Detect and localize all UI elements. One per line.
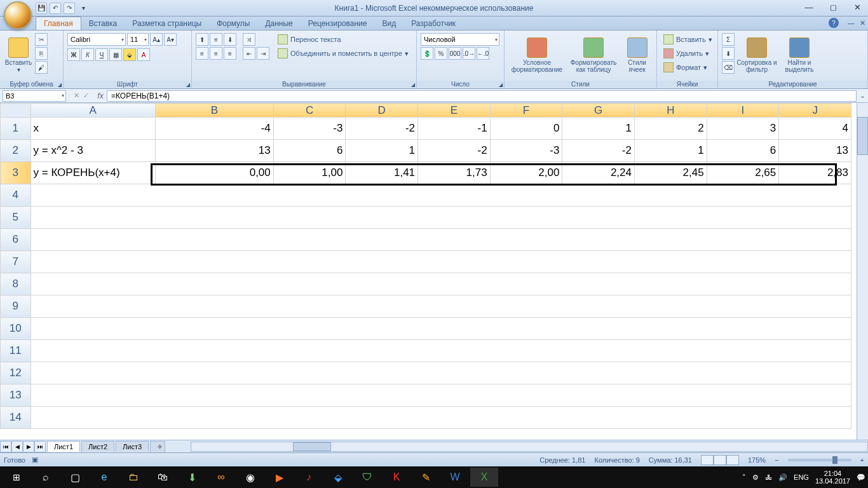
cell[interactable] — [31, 407, 851, 429]
col-header-f[interactable]: F — [490, 104, 562, 118]
help-icon[interactable]: ? — [829, 18, 839, 28]
tray-icon[interactable]: ⚙ — [752, 473, 759, 482]
sort-filter-button[interactable]: Сортировка и фильтр — [736, 33, 777, 78]
cell[interactable]: 2,65 — [707, 162, 779, 184]
zoom-slider[interactable] — [788, 459, 851, 461]
cell[interactable]: -2 — [418, 140, 491, 162]
view-normal-icon[interactable] — [701, 455, 714, 465]
cell[interactable]: 1 — [562, 118, 635, 140]
clock[interactable]: 21:04 13.04.2017 — [815, 470, 850, 485]
cell[interactable] — [31, 295, 851, 318]
close-button[interactable]: ✕ — [849, 1, 865, 13]
orientation-icon[interactable]: ⤭ — [243, 33, 255, 46]
cell[interactable]: 2,83 — [779, 162, 851, 184]
sheet-tab-1[interactable]: Лист1 — [47, 441, 80, 452]
bold-button[interactable]: Ж — [67, 48, 80, 61]
row-header-10[interactable]: 10 — [1, 318, 31, 340]
col-header-e[interactable]: E — [418, 104, 491, 118]
cell[interactable]: 1,41 — [346, 162, 418, 184]
formula-input[interactable]: =КОРЕНЬ(B1+4) — [107, 90, 857, 102]
tab-formulas[interactable]: Формулы — [209, 17, 257, 30]
font-size-combo[interactable]: 11 — [127, 33, 149, 46]
zoom-in-icon[interactable]: + — [860, 456, 864, 464]
view-pagebreak-icon[interactable] — [726, 455, 739, 465]
language-indicator[interactable]: ENG — [794, 473, 809, 481]
row-header-14[interactable]: 14 — [1, 407, 31, 429]
cell[interactable] — [31, 273, 851, 295]
tab-home[interactable]: Главная — [36, 17, 81, 30]
cell[interactable]: 4 — [779, 118, 851, 140]
tab-data[interactable]: Данные — [257, 17, 300, 30]
cell[interactable]: 6 — [707, 140, 779, 162]
row-header-5[interactable]: 5 — [1, 207, 31, 229]
row-header-11[interactable]: 11 — [1, 340, 31, 362]
tab-page-layout[interactable]: Разметка страницы — [125, 17, 209, 30]
cell[interactable] — [31, 318, 851, 340]
cell[interactable] — [31, 229, 851, 251]
sheet-tab-2[interactable]: Лист2 — [81, 441, 114, 452]
explorer-icon[interactable]: 🗀 — [119, 468, 147, 487]
cell[interactable]: -1 — [418, 118, 491, 140]
cell[interactable]: 3 — [707, 118, 779, 140]
task-view-icon[interactable]: ▢ — [61, 468, 89, 487]
align-right-icon[interactable]: ≡ — [224, 47, 236, 60]
scrollbar-thumb[interactable] — [857, 117, 868, 155]
format-painter-icon[interactable]: 🖌 — [35, 61, 48, 74]
volume-icon[interactable]: 🔊 — [778, 473, 787, 482]
sheet-nav-next-icon[interactable]: ▶ — [23, 441, 34, 452]
comma-icon[interactable]: 000 — [449, 47, 461, 60]
find-select-button[interactable]: Найти и выделить — [779, 33, 820, 78]
edge-icon[interactable]: e — [90, 468, 118, 487]
zoom-thumb[interactable] — [832, 456, 837, 464]
cell[interactable] — [31, 384, 851, 407]
tab-insert[interactable]: Вставка — [81, 17, 125, 30]
app-icon[interactable]: K — [383, 468, 410, 487]
number-format-combo[interactable]: Числовой — [421, 33, 499, 46]
tab-review[interactable]: Рецензирование — [301, 17, 375, 30]
cell[interactable]: -2 — [562, 140, 635, 162]
cell[interactable]: 2,00 — [490, 162, 562, 184]
tray-chevron-icon[interactable]: ˄ — [742, 473, 746, 482]
start-button[interactable]: ⊞ — [3, 468, 31, 487]
cell[interactable]: 2,24 — [562, 162, 635, 184]
cell[interactable]: -2 — [346, 118, 418, 140]
vertical-scrollbar[interactable] — [857, 103, 868, 440]
wrap-text-button[interactable]: Перенос текста — [275, 33, 411, 46]
border-icon[interactable]: ▦ — [109, 48, 122, 61]
cell[interactable] — [31, 207, 851, 229]
undo-icon[interactable]: ↶ — [50, 3, 61, 14]
align-top-icon[interactable]: ⬆ — [196, 33, 208, 46]
row-header-7[interactable]: 7 — [1, 251, 31, 273]
row-header-6[interactable]: 6 — [1, 229, 31, 251]
qat-dropdown-icon[interactable]: ▾ — [78, 3, 89, 14]
grow-font-icon[interactable]: A▴ — [150, 33, 163, 46]
cell[interactable]: 1 — [346, 140, 418, 162]
cells-insert-button[interactable]: Вставить ▾ — [661, 33, 715, 46]
cell[interactable]: y = x^2 - 3 — [31, 140, 155, 162]
app-icon[interactable]: ✎ — [412, 468, 440, 487]
cell[interactable]: 6 — [273, 140, 346, 162]
notifications-icon[interactable]: 💬 — [857, 473, 865, 482]
redo-icon[interactable]: ↷ — [64, 3, 75, 14]
cell[interactable]: 1,73 — [418, 162, 491, 184]
store-icon[interactable]: 🛍 — [149, 468, 177, 487]
col-header-b[interactable]: B — [155, 104, 273, 118]
sheet-nav-prev-icon[interactable]: ◀ — [11, 441, 23, 452]
cell-styles-button[interactable]: Стили ячеек — [621, 33, 653, 78]
row-header-1[interactable]: 1 — [1, 118, 31, 140]
search-icon[interactable]: ⌕ — [32, 468, 60, 487]
zoom-out-icon[interactable]: − — [775, 456, 778, 464]
cell[interactable] — [31, 184, 851, 207]
macro-record-icon[interactable]: ▣ — [32, 456, 38, 464]
cell[interactable]: 13 — [779, 140, 851, 162]
row-header-8[interactable]: 8 — [1, 273, 31, 295]
underline-button[interactable]: Ч — [95, 48, 108, 61]
clipboard-dialog-icon[interactable]: ◢ — [58, 82, 62, 88]
align-middle-icon[interactable]: ≡ — [210, 33, 222, 46]
cell[interactable]: 13 — [155, 140, 273, 162]
align-bottom-icon[interactable]: ⬇ — [224, 33, 236, 46]
cell[interactable]: -3 — [273, 118, 346, 140]
sheet-nav-first-icon[interactable]: ⏮ — [0, 441, 11, 452]
cut-icon[interactable]: ✂ — [35, 33, 48, 46]
ribbon-minimize-icon[interactable]: — — [848, 19, 855, 27]
